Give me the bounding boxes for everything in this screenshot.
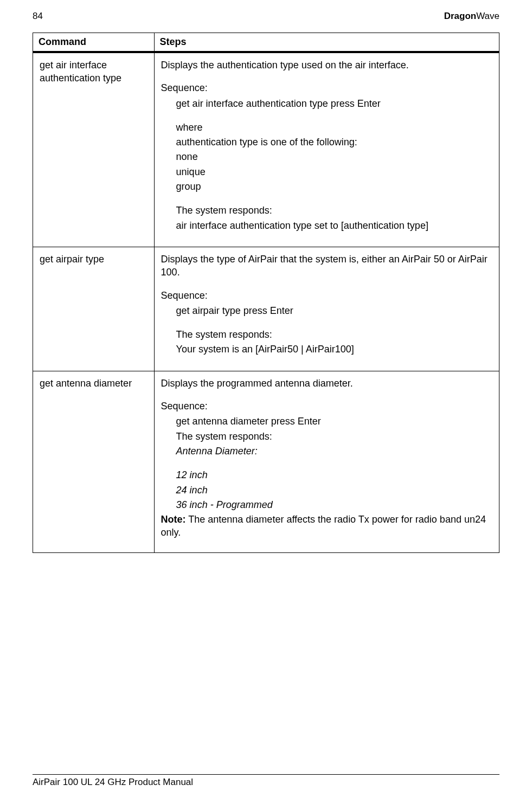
note-label: Note: bbox=[161, 514, 186, 525]
seq-line: get antenna diameter press Enter bbox=[176, 415, 492, 428]
page-header: 84 DragonWave bbox=[33, 11, 499, 22]
sequence-label: Sequence: bbox=[161, 289, 492, 302]
seq-line: get air interface authentication type pr… bbox=[176, 97, 492, 110]
table-header-row: Command Steps bbox=[33, 33, 499, 53]
seq-line: unique bbox=[176, 165, 492, 178]
seq-line: Your system is an [AirPair50 | AirPair10… bbox=[176, 343, 492, 356]
steps-cell: Displays the programmed antenna diameter… bbox=[154, 371, 499, 552]
command-cell: get airpair type bbox=[33, 247, 155, 371]
sequence-label: Sequence: bbox=[161, 81, 492, 94]
brand-bold: Dragon bbox=[444, 11, 477, 21]
seq-line: 36 inch - Programmed bbox=[176, 498, 492, 511]
command-cell: get air interface authentication type bbox=[33, 52, 155, 247]
brand-light: Wave bbox=[476, 11, 499, 21]
seq-gap bbox=[176, 459, 492, 467]
seq-line: air interface authentication type set to… bbox=[176, 219, 492, 232]
seq-line: The system responds: bbox=[176, 328, 492, 341]
seq-line: get airpair type press Enter bbox=[176, 304, 492, 317]
command-table: Command Steps get air interface authenti… bbox=[33, 33, 499, 553]
note: Note: The antenna diameter affects the r… bbox=[161, 513, 492, 539]
steps-intro: Displays the programmed antenna diameter… bbox=[161, 377, 492, 390]
seq-line: The system responds: bbox=[176, 204, 492, 217]
command-cell: get antenna diameter bbox=[33, 371, 155, 552]
seq-line: 24 inch bbox=[176, 484, 492, 497]
note-text: The antenna diameter affects the radio T… bbox=[161, 514, 486, 538]
seq-gap bbox=[176, 319, 492, 326]
seq-line: none bbox=[176, 150, 492, 163]
page-number: 84 bbox=[33, 11, 43, 22]
table-row: get air interface authentication type Di… bbox=[33, 52, 499, 247]
steps-intro: Displays the authentication type used on… bbox=[161, 59, 492, 72]
seq-line: group bbox=[176, 180, 492, 193]
seq-line: The system responds: bbox=[176, 430, 492, 443]
steps-intro: Displays the type of AirPair that the sy… bbox=[161, 253, 492, 279]
table-row: get airpair type Displays the type of Ai… bbox=[33, 247, 499, 371]
seq-gap bbox=[176, 112, 492, 119]
seq-line: 12 inch bbox=[176, 468, 492, 481]
steps-cell: Displays the authentication type used on… bbox=[154, 52, 499, 247]
seq-gap bbox=[176, 195, 492, 202]
seq-line: authentication type is one of the follow… bbox=[176, 136, 492, 149]
col-command: Command bbox=[33, 33, 155, 53]
seq-line: where bbox=[176, 121, 492, 134]
sequence-block: get air interface authentication type pr… bbox=[161, 97, 492, 232]
sequence-block: get antenna diameter press Enter The sys… bbox=[161, 415, 492, 511]
steps-cell: Displays the type of AirPair that the sy… bbox=[154, 247, 499, 371]
page-footer: AirPair 100 UL 24 GHz Product Manual bbox=[33, 774, 499, 788]
sequence-label: Sequence: bbox=[161, 400, 492, 413]
seq-line: Antenna Diameter: bbox=[176, 445, 492, 458]
brand: DragonWave bbox=[444, 11, 499, 22]
table-row: get antenna diameter Displays the progra… bbox=[33, 371, 499, 552]
col-steps: Steps bbox=[154, 33, 499, 53]
sequence-block: get airpair type press Enter The system … bbox=[161, 304, 492, 356]
